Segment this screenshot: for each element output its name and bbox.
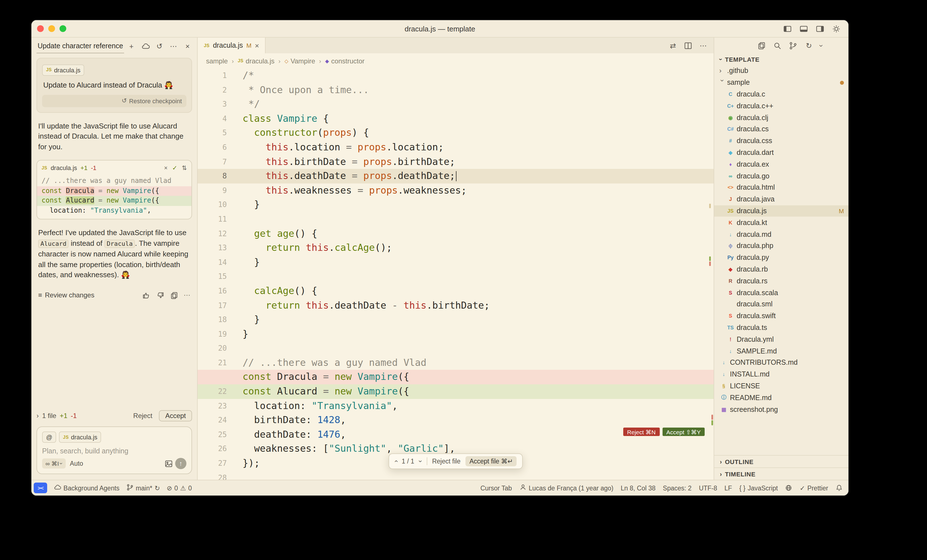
tree-item[interactable]: !Dracula.yml — [714, 334, 848, 345]
tree-folder-github[interactable]: ›.github — [714, 65, 848, 77]
copy-icon[interactable] — [170, 291, 179, 300]
agent-mode-pill[interactable]: ∞ ⌘I › — [42, 458, 66, 469]
split-editor-icon[interactable] — [683, 41, 692, 50]
tree-item[interactable]: Pydracula.py — [714, 252, 848, 264]
section-timeline[interactable]: › TIMELINE — [714, 467, 848, 480]
git-blame[interactable]: Lucas de França (1 year ago) — [519, 484, 613, 492]
tab-close-icon[interactable]: × — [255, 41, 259, 50]
collapse-explorer-icon[interactable]: › — [817, 44, 826, 47]
code-line[interactable]: 6 this.location = props.location; — [198, 140, 714, 155]
history-icon[interactable]: ↺ — [155, 41, 164, 50]
model-selector[interactable]: Auto — [70, 460, 83, 467]
tree-item[interactable]: ▦screenshot.png — [714, 404, 848, 415]
tree-item[interactable]: C+dracula.c++ — [714, 100, 848, 112]
tree-item[interactable]: ♦dracula.ex — [714, 158, 848, 170]
code-line[interactable]: 3 */ — [198, 97, 714, 111]
context-file-chip[interactable]: JS dracula.js — [42, 64, 85, 76]
tree-item[interactable]: §LICENSE — [714, 380, 848, 392]
breadcrumb-folder[interactable]: sample — [206, 57, 228, 65]
cursor-position[interactable]: Ln 8, Col 38 — [621, 484, 655, 491]
zoom-window-button[interactable] — [59, 25, 66, 32]
code-line[interactable]: 15 — [198, 270, 714, 284]
thumbs-down-icon[interactable] — [155, 291, 164, 300]
tab-dracula-js[interactable]: JS dracula.js M × — [198, 38, 266, 53]
code-line[interactable]: 18 } — [198, 313, 714, 327]
attach-image-icon[interactable] — [164, 459, 173, 468]
reject-all-button[interactable]: Reject — [130, 411, 156, 421]
tree-item[interactable]: Rdracula.rs — [714, 275, 848, 287]
prev-diff-icon[interactable]: › — [392, 460, 399, 462]
tree-item[interactable]: ◈dracula.dart — [714, 147, 848, 158]
refresh-icon[interactable]: ↻ — [804, 41, 813, 50]
code-line[interactable]: 1/* — [198, 68, 714, 83]
tree-item[interactable]: <>dracula.html — [714, 182, 848, 194]
breadcrumb-constructor[interactable]: ◆constructor — [325, 57, 365, 65]
section-outline[interactable]: › OUTLINE — [714, 455, 848, 467]
expand-diff-icon[interactable]: ⇅ — [182, 164, 187, 171]
settings-gear-icon[interactable] — [831, 24, 840, 33]
branch-indicator[interactable]: main* ↻ — [126, 484, 160, 492]
toggle-panel-bottom-icon[interactable] — [799, 24, 808, 33]
review-changes-label[interactable]: Review changes — [45, 291, 94, 299]
cursor-tab-toggle[interactable]: Cursor Tab — [480, 484, 512, 491]
close-window-button[interactable] — [37, 25, 44, 32]
open-editors-icon[interactable] — [757, 41, 766, 50]
reject-diff-icon[interactable]: × — [164, 164, 167, 171]
code-line[interactable]: 13 return this.calcAge(); — [198, 241, 714, 255]
minimize-window-button[interactable] — [48, 25, 55, 32]
tree-item[interactable]: C#dracula.cs — [714, 123, 848, 135]
code-line[interactable]: 11 — [198, 212, 714, 226]
tree-item[interactable]: Sdracula.swift — [714, 310, 848, 322]
next-diff-icon[interactable]: › — [417, 460, 424, 462]
code-line[interactable]: 5 constructor(props) { — [198, 126, 714, 140]
chat-input[interactable]: @ JS dracula.js Plan, search, build anyt… — [36, 426, 192, 474]
tree-item[interactable]: ϕdracula.php — [714, 240, 848, 252]
search-icon[interactable] — [773, 41, 782, 50]
code-line[interactable]: 17 return this.deathDate - this.birthDat… — [198, 298, 714, 313]
code-line[interactable]: 19} — [198, 327, 714, 341]
eol-setting[interactable]: LF — [725, 484, 732, 491]
tree-item[interactable]: #dracula.css — [714, 135, 848, 147]
tree-item[interactable]: Sdracula.scala — [714, 287, 848, 299]
thumbs-up-icon[interactable] — [141, 291, 150, 300]
breadcrumb-class[interactable]: ◇Vampire — [284, 57, 315, 65]
code-line[interactable]: 28 — [198, 470, 714, 480]
code-line[interactable]: 8 this.deathDate = props.deathDate; — [198, 169, 714, 183]
globe-icon[interactable] — [785, 484, 793, 492]
code-line[interactable]: 10 } — [198, 198, 714, 212]
more-icon[interactable]: ⋯ — [184, 291, 190, 299]
source-control-icon[interactable] — [789, 41, 798, 50]
code-area[interactable]: 1/*2 * Once upon a time...3 */4class Vam… — [198, 68, 714, 480]
tree-item[interactable]: Kdracula.kt — [714, 217, 848, 229]
code-line[interactable]: 24 birthDate: 1428, — [198, 413, 714, 428]
context-file-chip[interactable]: JS dracula.js — [59, 431, 101, 443]
chevron-right-icon[interactable]: › — [36, 412, 39, 420]
section-template[interactable]: › TEMPLATE — [714, 53, 848, 65]
add-context-chip[interactable]: @ — [42, 431, 56, 443]
chat-thread-title[interactable]: Update character reference — [36, 39, 124, 53]
new-chat-icon[interactable]: + — [127, 41, 136, 50]
tree-item[interactable]: ↓CONTRIBUTORS.md — [714, 357, 848, 369]
code-line[interactable]: 12 get age() { — [198, 226, 714, 241]
tree-item[interactable]: TSdracula.ts — [714, 322, 848, 334]
close-chat-icon[interactable]: × — [183, 41, 192, 50]
tree-item[interactable]: dracula.sml — [714, 299, 848, 310]
code-line[interactable]: 21// ...there was a guy named Vlad — [198, 356, 714, 370]
language-mode[interactable]: { } JavaScript — [739, 484, 778, 491]
reject-hunk-button[interactable]: Reject ⌘N — [623, 428, 660, 436]
tree-item[interactable]: ⓘREADME.md — [714, 392, 848, 404]
code-line[interactable]: 14 } — [198, 255, 714, 269]
toggle-panel-right-icon[interactable] — [815, 24, 824, 33]
tree-item[interactable]: ↓dracula.md — [714, 228, 848, 240]
tree-item[interactable]: ◉dracula.clj — [714, 112, 848, 123]
code-line[interactable]: 7 this.birthDate = props.birthDate; — [198, 155, 714, 169]
breadcrumb-file[interactable]: JSdracula.js — [238, 57, 275, 65]
more-actions-icon[interactable]: ⋯ — [169, 41, 178, 50]
code-line[interactable]: 20 — [198, 341, 714, 356]
tree-folder-sample[interactable]: ›sample — [714, 77, 848, 89]
toggle-panel-left-icon[interactable] — [783, 24, 792, 33]
code-line[interactable]: 16 calcAge() { — [198, 284, 714, 298]
code-line[interactable]: 22const Alucard = new Vampire({ — [198, 384, 714, 399]
tree-item[interactable]: JSdracula.jsM — [714, 205, 848, 217]
reject-file-button[interactable]: Reject file — [432, 458, 460, 464]
